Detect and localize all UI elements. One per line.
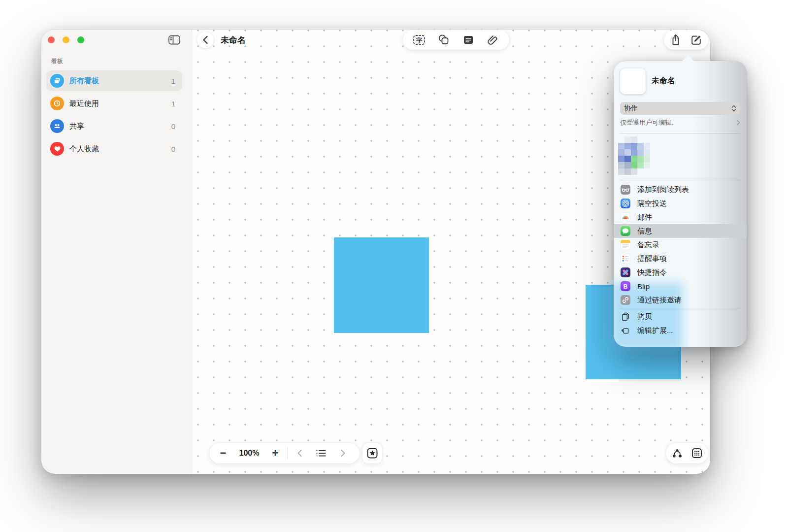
boards-icon [50,74,64,88]
share-target-list: 添加到阅读列表 隔空投送 邮件 信息 备忘录 [614,183,747,307]
permission-row[interactable]: 仅受邀用户可编辑。 [620,118,740,127]
insert-toolbar: 字 [403,30,509,50]
chevron-right-icon [736,120,740,126]
permission-caption: 仅受邀用户可编辑。 [620,118,736,127]
up-down-chevron-icon [731,105,736,112]
sticky-note-tool-icon[interactable] [460,32,477,48]
nav-back-icon[interactable] [289,445,310,462]
share-icon[interactable] [667,32,684,48]
nav-forward-icon[interactable] [332,445,354,462]
sidebar-item-shared[interactable]: 共享 0 [46,116,182,136]
sidebar: 看板 所有看板 1 最近使用 [41,30,192,474]
sidebar-item-label: 最近使用 [69,99,171,108]
airdrop-icon [621,199,630,208]
zoom-in-button[interactable]: + [264,445,286,462]
svg-text:B: B [624,283,628,290]
new-board-icon[interactable] [688,32,705,48]
copy-action[interactable]: 拷贝 [614,310,747,324]
back-button[interactable] [197,32,214,48]
window-actions-toolbar [664,30,708,50]
shortcuts-icon [621,267,630,277]
zoom-toolbar: − 100% + [209,443,360,464]
blue-square-shape[interactable] [334,237,429,333]
share-target-airdrop[interactable]: 隔空投送 [614,197,747,210]
reading-list-icon [621,185,630,195]
share-target-shortcuts[interactable]: 快捷指令 [614,266,747,279]
mail-icon [621,212,630,222]
sidebar-item-all-boards[interactable]: 所有看板 1 [46,70,182,91]
share-target-mail[interactable]: 邮件 [614,210,747,224]
sidebar-item-label: 共享 [69,122,171,131]
attachment-icon[interactable] [485,32,501,48]
share-popover: 未命名 协作 仅受邀用户可编辑。 添加到阅读列表 [614,61,747,347]
shapes-tool-icon[interactable] [435,32,452,48]
share-target-messages[interactable]: 信息 [614,224,747,238]
collaborate-select-value: 协作 [624,104,731,113]
messages-icon [621,226,630,236]
share-target-notes[interactable]: 备忘录 [614,238,747,252]
share-target-reading-list[interactable]: 添加到阅读列表 [614,183,747,197]
minimize-window-button[interactable] [63,36,69,43]
view-toolbar [666,443,708,464]
board-list-icon[interactable] [310,445,332,462]
collaborate-select[interactable]: 协作 [620,102,740,115]
copy-icon [621,312,630,322]
board-thumbnail [620,68,646,94]
popover-board-title: 未命名 [652,76,675,86]
sidebar-item-recents[interactable]: 最近使用 1 [46,93,182,114]
reminders-icon [621,254,630,264]
divider [620,308,740,308]
svg-text:字: 字 [416,36,423,44]
notes-icon [621,240,630,250]
share-target-blip[interactable]: B Blip [614,279,747,293]
screen: { "colors": { "accent_blue": "#2da2ec", … [0,0,788,532]
share-target-reminders[interactable]: 提醒事项 [614,252,747,266]
toggle-sidebar-icon[interactable] [167,34,181,46]
divider [620,133,740,133]
divider [620,180,740,180]
sidebar-item-count: 1 [171,100,175,108]
grid-view-icon[interactable] [689,445,705,462]
freeform-window: 看板 所有看板 1 最近使用 [41,30,710,474]
zoom-out-button[interactable]: − [212,445,234,462]
heart-icon [50,142,64,156]
sidebar-item-label: 个人收藏 [69,144,171,154]
people-icon [50,119,64,133]
blip-icon: B [621,281,630,291]
zoom-level[interactable]: 100% [234,449,264,458]
edit-extensions-action[interactable]: 编辑扩展... [614,324,747,337]
sidebar-section-header: 看板 [51,57,64,66]
sidebar-item-count: 1 [171,77,175,85]
sidebar-item-count: 0 [171,145,175,153]
extensions-icon [621,326,630,335]
connect-diagram-icon[interactable] [669,445,686,462]
text-style-tool-icon[interactable]: 字 [411,32,427,48]
sidebar-item-count: 0 [171,122,175,131]
popover-actions: 拷贝 编辑扩展... [614,310,747,337]
clock-icon [50,97,64,110]
favorite-board-icon[interactable] [362,443,382,464]
link-icon [621,295,630,305]
avatar-mosaic [618,136,650,175]
share-target-invite-link[interactable]: 通过链接邀请 [614,293,747,307]
zoom-window-button[interactable] [77,36,84,43]
sidebar-item-favorites[interactable]: 个人收藏 0 [46,138,182,159]
board-title: 未命名 [221,34,246,46]
sidebar-item-label: 所有看板 [69,76,171,86]
close-window-button[interactable] [48,36,55,43]
divider [287,447,288,460]
